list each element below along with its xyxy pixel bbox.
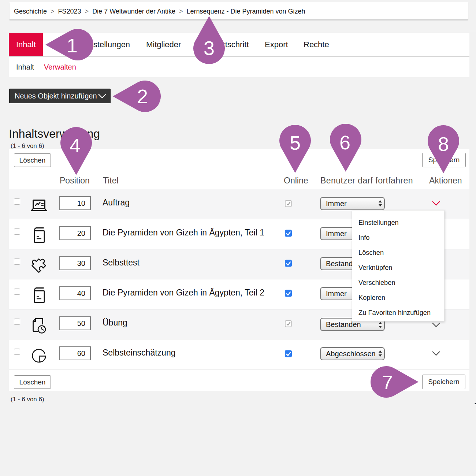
svg-text:2: 2 bbox=[137, 85, 148, 107]
